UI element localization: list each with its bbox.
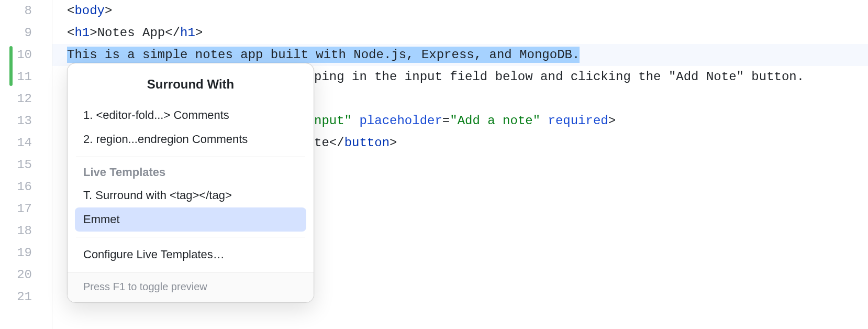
popup-item-emmet[interactable]: Emmet	[75, 207, 306, 232]
popup-separator	[76, 237, 305, 237]
line-number: 16	[1, 176, 32, 198]
popup-item-editor-fold[interactable]: 1. <editor-fold...> Comments	[75, 103, 306, 127]
popup-separator	[76, 157, 305, 157]
line-number: 8	[1, 0, 32, 22]
popup-title: Surround With	[68, 63, 314, 103]
line-number: 21	[1, 286, 32, 308]
line-number: 13	[1, 110, 32, 132]
text-selection: This is a simple notes app built with No…	[67, 47, 580, 63]
code-line[interactable]: <body>	[52, 0, 868, 22]
line-number: 19	[1, 242, 32, 264]
gutter: 89101112131415161718192021	[0, 0, 52, 329]
editor-frame: 89101112131415161718192021 <body><h1>Not…	[0, 0, 868, 329]
code-area[interactable]: <body><h1>Notes App</h1>This is a simple…	[52, 0, 868, 66]
line-number: 14	[1, 132, 32, 154]
surround-with-popup: Surround With 1. <editor-fold...> Commen…	[67, 63, 314, 303]
line-number: 18	[1, 220, 32, 242]
line-number: 11	[1, 66, 32, 88]
line-number: 20	[1, 264, 32, 286]
popup-item-region[interactable]: 2. region...endregion Comments	[75, 127, 306, 151]
popup-item-configure-live-templates[interactable]: Configure Live Templates…	[75, 243, 306, 267]
line-number: 17	[1, 198, 32, 220]
popup-footer-hint: Press F1 to toggle preview	[68, 272, 314, 302]
popup-heading-live-templates: Live Templates	[68, 162, 314, 183]
line-number: 15	[1, 154, 32, 176]
vcs-change-marker	[9, 46, 13, 86]
line-number: 12	[1, 88, 32, 110]
code-line[interactable]: <h1>Notes App</h1>	[52, 22, 868, 44]
line-number: 9	[1, 22, 32, 44]
popup-item-surround-tag[interactable]: T. Surround with <tag></tag>	[75, 183, 306, 207]
line-number: 10	[1, 44, 32, 66]
